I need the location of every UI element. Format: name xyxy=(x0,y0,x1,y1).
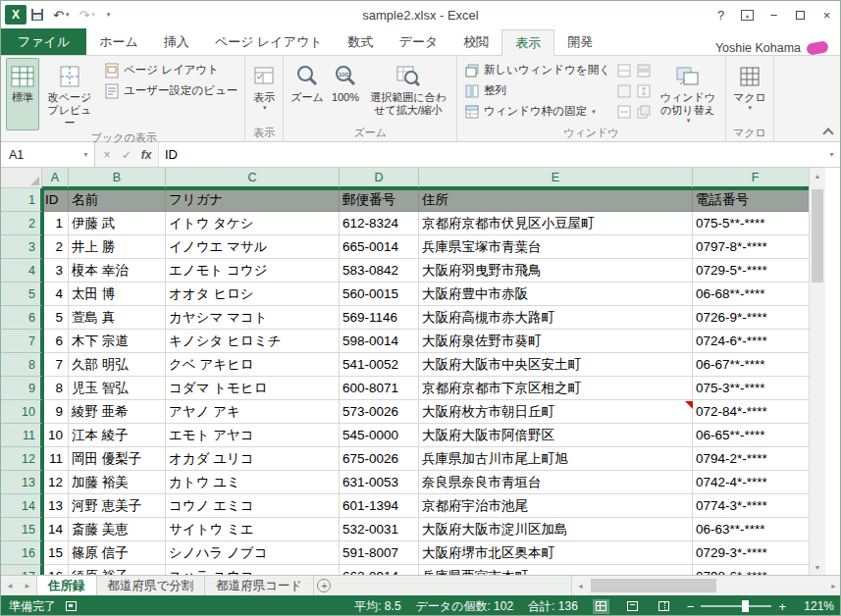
sheet-tab-split-by-prefecture[interactable]: 都道府県で分割 xyxy=(97,576,206,595)
cell-A6[interactable]: 5 xyxy=(42,306,69,330)
show-button[interactable]: 表示 ▾ xyxy=(248,58,280,126)
row-header-16[interactable]: 16 xyxy=(1,541,42,565)
select-all-button[interactable] xyxy=(1,168,42,188)
cell-C11[interactable]: エモト アヤコ xyxy=(166,424,340,447)
zoom-level[interactable]: 121% xyxy=(801,599,834,613)
cell-D12[interactable]: 675-0026 xyxy=(340,447,419,471)
cell-C16[interactable]: シノハラ ノブコ xyxy=(166,541,340,565)
page-layout-shortcut-button[interactable] xyxy=(624,599,641,614)
cell-C13[interactable]: カトウ ユミ xyxy=(166,471,340,494)
cell-E1[interactable]: 住所 xyxy=(419,188,693,212)
zoom-to-selection-button[interactable]: 選択範囲に合わせて拡大/縮小 xyxy=(363,58,453,126)
cell-A9[interactable]: 8 xyxy=(42,377,69,400)
cell-C15[interactable]: サイトウ ミエ xyxy=(166,518,340,541)
cell-E9[interactable]: 京都府京都市下京区相之町 xyxy=(419,377,693,400)
cell-A8[interactable]: 7 xyxy=(42,353,69,377)
cell-F17[interactable]: 0798-6*-**** xyxy=(693,565,818,575)
redo-button[interactable]: ↷▾ xyxy=(74,1,99,28)
cell-D5[interactable]: 560-0015 xyxy=(340,282,419,306)
cell-C8[interactable]: クベ アキヒロ xyxy=(166,353,340,377)
cell-C1[interactable]: フリガナ xyxy=(166,188,340,212)
formula-bar-expand-button[interactable]: ▾ xyxy=(823,142,840,167)
cell-B4[interactable]: 榎本 幸治 xyxy=(69,259,166,282)
cell-E5[interactable]: 大阪府豊中市赤阪 xyxy=(419,282,693,306)
cell-B1[interactable]: 名前 xyxy=(69,188,166,212)
cell-D7[interactable]: 598-0014 xyxy=(340,330,419,353)
cell-D9[interactable]: 600-8071 xyxy=(340,377,419,400)
cell-E14[interactable]: 京都府宇治市池尾 xyxy=(419,494,693,518)
macro-record-button[interactable] xyxy=(66,601,77,611)
cell-D6[interactable]: 569-1146 xyxy=(340,306,419,330)
tab-file[interactable]: ファイル xyxy=(1,28,86,55)
cell-E4[interactable]: 大阪府羽曳野市飛鳥 xyxy=(419,259,693,282)
sheet-tab-address-list[interactable]: 住所録 xyxy=(36,576,97,595)
cell-E15[interactable]: 大阪府大阪市淀川区加島 xyxy=(419,518,693,541)
user-account[interactable]: Yoshie Kohama xyxy=(715,41,840,55)
qat-customize-button[interactable]: ▾ xyxy=(100,1,116,28)
undo-button[interactable]: ↶▾ xyxy=(48,1,74,28)
cancel-button[interactable]: × xyxy=(97,148,117,162)
cell-D15[interactable]: 532-0031 xyxy=(340,518,419,541)
cell-B13[interactable]: 加藤 裕美 xyxy=(69,471,166,494)
cell-F4[interactable]: 0729-5*-**** xyxy=(693,259,818,282)
page-layout-view-button[interactable]: ページ レイアウト xyxy=(100,60,241,80)
cell-A13[interactable]: 12 xyxy=(42,471,69,494)
maximize-button[interactable] xyxy=(787,1,814,28)
cell-E8[interactable]: 大阪府大阪市中央区安土町 xyxy=(419,353,693,377)
cell-F6[interactable]: 0726-9*-**** xyxy=(693,306,818,330)
formula-input[interactable]: ID xyxy=(159,142,823,167)
tab-page-layout[interactable]: ページ レイアウト xyxy=(202,28,336,55)
arrange-all-button[interactable]: 整列 xyxy=(460,80,614,101)
scroll-left-button[interactable]: ◄ xyxy=(572,576,589,595)
synchronous-scrolling-button[interactable] xyxy=(634,80,654,101)
cell-F14[interactable]: 0774-3*-**** xyxy=(693,494,818,518)
ribbon-display-options-button[interactable]: ▴ xyxy=(734,1,761,28)
cell-E17[interactable]: 兵庫県西宮市本町 xyxy=(419,565,693,575)
row-header-3[interactable]: 3 xyxy=(1,235,42,259)
cell-B11[interactable]: 江本 綾子 xyxy=(69,424,166,447)
cell-D2[interactable]: 612-8324 xyxy=(340,212,419,235)
sheet-tab-prefecture-code[interactable]: 都道府県コード xyxy=(205,576,314,595)
view-side-by-side-button[interactable] xyxy=(634,60,654,80)
cell-E12[interactable]: 兵庫県加古川市尾上町旭 xyxy=(419,447,693,471)
cell-A10[interactable]: 9 xyxy=(42,400,69,424)
cell-B10[interactable]: 綾野 亜希 xyxy=(69,400,166,424)
row-header-7[interactable]: 7 xyxy=(1,330,42,353)
cell-B3[interactable]: 井上 勝 xyxy=(69,235,166,259)
save-button[interactable] xyxy=(26,1,48,28)
column-header-e[interactable]: E xyxy=(419,168,693,188)
row-header-15[interactable]: 15 xyxy=(1,518,42,541)
cell-F12[interactable]: 0794-2*-**** xyxy=(693,447,818,471)
cell-E10[interactable]: 大阪府枚方市朝日丘町 xyxy=(419,400,693,424)
cell-E3[interactable]: 兵庫県宝塚市青葉台 xyxy=(419,235,693,259)
row-header-5[interactable]: 5 xyxy=(1,282,42,306)
cell-D17[interactable]: 662-0914 xyxy=(340,565,419,575)
enter-button[interactable]: ✓ xyxy=(117,148,136,162)
cell-A15[interactable]: 14 xyxy=(42,518,69,541)
zoom-slider-thumb[interactable] xyxy=(742,600,749,612)
cell-F1[interactable]: 電話番号 xyxy=(693,188,818,212)
row-header-1[interactable]: 1 xyxy=(1,188,42,212)
column-header-b[interactable]: B xyxy=(69,168,166,188)
horizontal-scrollbar[interactable]: ◄ ► xyxy=(571,576,841,595)
tab-formulas[interactable]: 数式 xyxy=(336,28,387,55)
hide-window-button[interactable] xyxy=(614,80,634,101)
cell-F15[interactable]: 06-63**-**** xyxy=(693,518,818,541)
cell-E6[interactable]: 大阪府高槻市赤大路町 xyxy=(419,306,693,330)
cell-D4[interactable]: 583-0842 xyxy=(340,259,419,282)
cell-A2[interactable]: 1 xyxy=(42,212,69,235)
cell-C2[interactable]: イトウ タケシ xyxy=(166,212,340,235)
vertical-scroll-thumb[interactable] xyxy=(812,189,823,282)
cell-E13[interactable]: 奈良県奈良市青垣台 xyxy=(419,471,693,494)
cell-A1[interactable]: ID xyxy=(42,188,69,212)
unhide-window-button[interactable] xyxy=(614,101,634,122)
cell-A16[interactable]: 15 xyxy=(42,541,69,565)
row-header-6[interactable]: 6 xyxy=(1,306,42,330)
column-header-c[interactable]: C xyxy=(166,168,340,188)
zoom-button[interactable]: ズーム xyxy=(287,58,328,126)
custom-views-button[interactable]: ユーザー設定のビュー xyxy=(100,80,241,101)
switch-windows-button[interactable]: ウィンドウの切り替え ▾ xyxy=(654,58,722,126)
cell-E7[interactable]: 大阪府泉佐野市葵町 xyxy=(419,330,693,353)
cell-C14[interactable]: コウノ エミコ xyxy=(166,494,340,518)
zoom-out-button[interactable]: − xyxy=(687,600,695,613)
